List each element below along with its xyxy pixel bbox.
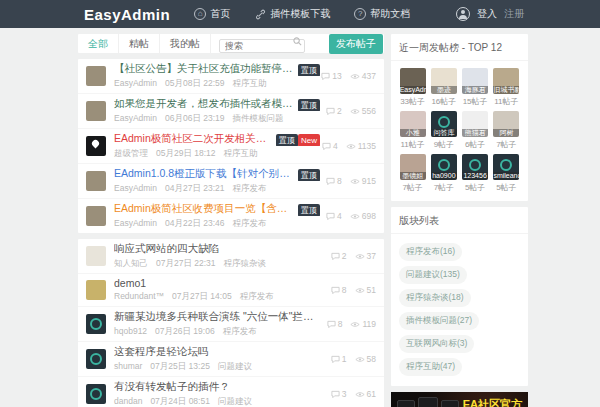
- post-row[interactable]: 【社区公告】关于社区充值功能暂停，充值请联系49007623 置顶 EasyAd…: [78, 59, 384, 94]
- board-pill[interactable]: 互联网风向标(3): [399, 335, 474, 353]
- top-poster[interactable]: 小雅 11帖子: [399, 111, 426, 150]
- top-poster-avatar[interactable]: EasyAdmin: [400, 68, 426, 94]
- hosting-ad-banner[interactable]: EA社区官方 推荐主机 CN2 香港免备案主机 免备案 · 伪静态 · 速度快 …: [391, 392, 528, 407]
- post-row[interactable]: 响应式网站的四大缺陷 知人知己 07月27日 22:31 程序猿杂谈 2 37: [78, 239, 384, 274]
- top-poster[interactable]: smileance 5帖子: [493, 154, 520, 193]
- post-title[interactable]: EAdmin1.0.8橙正版下载【针对个别空间无法安装情况】: [114, 167, 294, 181]
- post-row[interactable]: EAdmin极简社区二次开发相关培训报名公开课教程（已完结） 置顶New 超级管…: [78, 129, 384, 164]
- post-avatar[interactable]: [86, 314, 106, 334]
- post-avatar[interactable]: [86, 101, 106, 121]
- post-title[interactable]: 响应式网站的四大缺陷: [114, 242, 219, 256]
- post-avatar[interactable]: [86, 206, 106, 226]
- view-count: 437: [350, 71, 376, 81]
- post-category[interactable]: 问题建议: [218, 361, 252, 373]
- post-avatar[interactable]: [86, 136, 106, 156]
- top-poster-avatar[interactable]: 问答库: [431, 111, 457, 137]
- post-body: 如果您是开发者，想发布插件或者模板请联系49007623 置顶 EasyAdmi…: [114, 97, 320, 125]
- post-row[interactable]: EAdmin极简社区收费项目一览【含超级会员权限介绍】 置顶 EasyAdmin…: [78, 199, 384, 233]
- post-author[interactable]: Redundant™: [114, 291, 164, 303]
- top-poster-avatar[interactable]: 熊猫君: [462, 111, 488, 137]
- top-poster[interactable]: 问答库 9帖子: [430, 111, 457, 150]
- top-poster-avatar[interactable]: 海豚君: [462, 68, 488, 94]
- register-link[interactable]: 注册: [504, 7, 524, 21]
- top-poster-avatar[interactable]: 旧城书影: [493, 68, 519, 94]
- post-avatar[interactable]: [86, 349, 106, 369]
- post-author[interactable]: dandan: [114, 396, 142, 407]
- board-pill[interactable]: 程序发布(16): [399, 243, 462, 261]
- post-category[interactable]: 程序发布: [240, 291, 274, 303]
- top-poster-avatar[interactable]: 墨镜姐: [400, 154, 426, 180]
- post-title[interactable]: demo1: [114, 277, 146, 289]
- post-row[interactable]: 有没有转发帖子的插件？ dandan 07月24日 08:51 问题建议 3 6…: [78, 377, 384, 407]
- nav-item-home[interactable]: ⌂ 首页: [194, 7, 230, 21]
- post-title[interactable]: 这套程序是轻论坛吗: [114, 345, 209, 359]
- post-category[interactable]: 程序发布: [223, 326, 257, 338]
- post-title[interactable]: 新疆某边境多兵种联合演练 "六位一体"拦天暴恐分子: [114, 310, 316, 324]
- post-avatar[interactable]: [86, 66, 106, 86]
- logo[interactable]: EasyAdmin: [84, 6, 170, 23]
- eye-icon: [355, 390, 365, 399]
- top-poster[interactable]: 阿树 7帖子: [493, 111, 520, 150]
- top-poster[interactable]: EasyAdmin 33帖子: [399, 68, 426, 107]
- top-poster-avatar[interactable]: 123456: [462, 154, 488, 180]
- post-category[interactable]: 插件模板问题: [233, 113, 284, 125]
- post-row[interactable]: 这套程序是轻论坛吗 shumar 07月25日 13:25 问题建议 1 58: [78, 342, 384, 377]
- post-avatar[interactable]: [86, 280, 106, 300]
- top-poster[interactable]: 旧城书影 11帖子: [493, 68, 520, 107]
- post-title[interactable]: EAdmin极简社区二次开发相关培训报名公开课教程（已完结）: [114, 132, 272, 146]
- top-poster[interactable]: 墨镜姐 7帖子: [399, 154, 426, 193]
- post-row[interactable]: EAdmin1.0.8橙正版下载【针对个别空间无法安装情况】 置顶 EasyAd…: [78, 164, 384, 199]
- post-author[interactable]: 知人知己: [114, 258, 148, 270]
- post-title[interactable]: EAdmin极简社区收费项目一览【含超级会员权限介绍】: [114, 202, 294, 216]
- post-row[interactable]: 新疆某边境多兵种联合演练 "六位一体"拦天暴恐分子 hqob912 07月26日…: [78, 307, 384, 342]
- top-poster-avatar[interactable]: smileance: [493, 154, 519, 180]
- post-category[interactable]: 程序互助: [233, 78, 267, 90]
- post-author[interactable]: EasyAdmin: [114, 183, 157, 195]
- eye-icon: [350, 107, 360, 116]
- post-category[interactable]: 程序发布: [233, 218, 267, 230]
- board-pill[interactable]: 程序猿杂谈(18): [399, 289, 471, 307]
- post-category[interactable]: 程序发布: [233, 183, 267, 195]
- tab-my-posts[interactable]: 我的帖: [160, 34, 211, 53]
- post-author[interactable]: 超级管理: [114, 148, 148, 160]
- post-author[interactable]: shumar: [114, 361, 142, 373]
- top-poster-avatar[interactable]: 小雅: [400, 111, 426, 137]
- comment-icon: [327, 320, 336, 329]
- board-pill[interactable]: 程序互助(47): [399, 358, 462, 376]
- post-title[interactable]: 如果您是开发者，想发布插件或者模板请联系49007623: [114, 97, 294, 111]
- tab-featured[interactable]: 精帖: [119, 34, 160, 53]
- post-avatar[interactable]: [86, 171, 106, 191]
- post-author[interactable]: EasyAdmin: [114, 113, 157, 125]
- post-author[interactable]: EasyAdmin: [114, 78, 157, 90]
- post-date: 07月24日 08:51: [150, 396, 210, 407]
- post-row[interactable]: 如果您是开发者，想发布插件或者模板请联系49007623 置顶 EasyAdmi…: [78, 94, 384, 129]
- top-poster[interactable]: 墨迹 16帖子: [430, 68, 457, 107]
- post-author[interactable]: EasyAdmin: [114, 218, 157, 230]
- post-title[interactable]: 【社区公告】关于社区充值功能暂停，充值请联系49007623: [114, 62, 294, 76]
- post-category[interactable]: 程序猿杂谈: [224, 258, 267, 270]
- top-poster-name: ha0900: [431, 172, 457, 180]
- tab-all[interactable]: 全部: [78, 34, 119, 53]
- user-icon[interactable]: [456, 7, 470, 21]
- board-pill[interactable]: 插件模板问题(27): [399, 312, 479, 330]
- top-poster-avatar[interactable]: 阿树: [493, 111, 519, 137]
- post-counts: 1 58: [320, 354, 376, 364]
- post-row[interactable]: demo1 Redundant™ 07月27日 14:05 程序发布 8 51: [78, 274, 384, 307]
- top-poster-avatar[interactable]: ha0900: [431, 154, 457, 180]
- nav-item-help-docs[interactable]: ? 帮助文档: [354, 7, 410, 21]
- top-poster-avatar[interactable]: 墨迹: [431, 68, 457, 94]
- post-category[interactable]: 问题建议: [218, 396, 252, 407]
- top-poster[interactable]: 123456 5帖子: [462, 154, 489, 193]
- board-pill[interactable]: 问题建议(135): [399, 266, 467, 284]
- top-poster[interactable]: 熊猫君 6帖子: [462, 111, 489, 150]
- top-poster[interactable]: ha0900 7帖子: [430, 154, 457, 193]
- post-title[interactable]: 有没有转发帖子的插件？: [114, 380, 230, 394]
- post-avatar[interactable]: [86, 246, 106, 266]
- login-link[interactable]: 登入: [477, 7, 497, 21]
- post-avatar[interactable]: [86, 384, 106, 404]
- nav-item-plugin-download[interactable]: 插件模板下载: [254, 7, 330, 21]
- create-post-button[interactable]: 发布帖子: [329, 34, 383, 54]
- post-author[interactable]: hqob912: [114, 326, 147, 338]
- top-poster[interactable]: 海豚君 15帖子: [462, 68, 489, 107]
- post-category[interactable]: 程序互助: [224, 148, 258, 160]
